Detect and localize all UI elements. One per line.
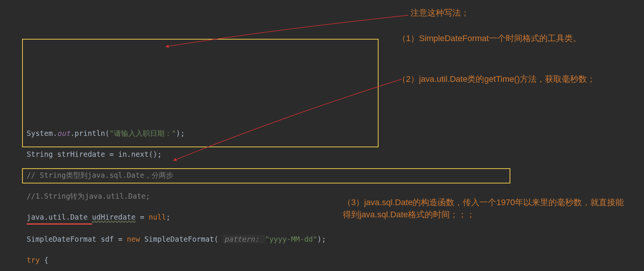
annotation-2: （2）java.util.Date类的getTime()方法，获取毫秒数； — [398, 73, 634, 85]
code-line: SimpleDateFormat sdf = new SimpleDateFor… — [0, 233, 644, 245]
code-block: System.out.println("请输入入职日期："); String s… — [0, 119, 644, 271]
code-line: String strHiredate = in.next(); — [0, 148, 644, 161]
annotation-1: （1）SimpleDateFormat一个时间格式的工具类。 — [398, 32, 634, 45]
code-line: // String类型到java.sql.Date，分两步 — [0, 169, 644, 182]
annotation-3: （3）java.sql.Date的构造函数，传入一个1970年以来里的毫秒数，就… — [343, 196, 632, 221]
code-line: System.out.println("请输入入职日期："); — [0, 127, 644, 140]
annotation-0: 注意这种写法； — [411, 7, 469, 19]
code-line: try { — [0, 254, 644, 266]
